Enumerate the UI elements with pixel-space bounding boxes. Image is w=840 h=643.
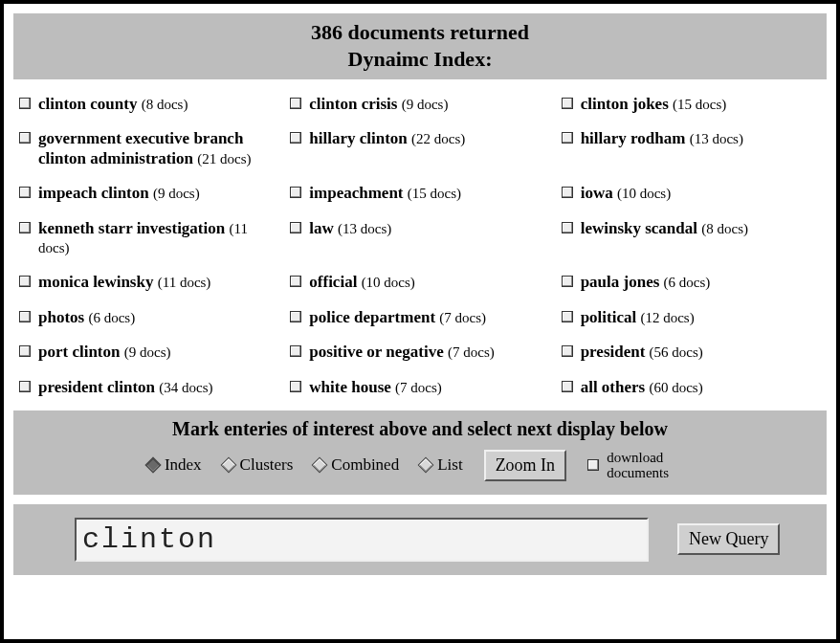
index-item-label: president clinton xyxy=(38,378,155,396)
checkbox-icon xyxy=(19,187,31,198)
display-option-list[interactable]: List xyxy=(420,455,462,475)
controls-row: Index Clusters Combined List Zoom In dow… xyxy=(21,450,819,481)
index-item[interactable]: police department (7 docs) xyxy=(290,308,549,327)
checkbox-icon xyxy=(290,98,301,109)
option-label: Clusters xyxy=(240,455,294,475)
index-item-count: (60 docs) xyxy=(649,380,702,395)
index-item-label: political xyxy=(581,308,637,326)
index-item-count: (13 docs) xyxy=(338,221,391,236)
index-item-text: impeachment (15 docs) xyxy=(309,184,461,203)
index-item[interactable]: clinton crisis (9 docs) xyxy=(290,95,549,114)
checkbox-icon xyxy=(19,132,31,144)
index-item-text: political (12 docs) xyxy=(581,308,695,327)
checkbox-icon xyxy=(290,311,301,322)
index-item-text: monica lewinsky (11 docs) xyxy=(38,273,210,292)
index-item-text: all others (60 docs) xyxy=(581,378,703,397)
index-item[interactable]: impeachment (15 docs) xyxy=(290,184,549,203)
display-option-combined[interactable]: Combined xyxy=(314,455,399,475)
index-item-count: (9 docs) xyxy=(402,97,449,112)
index-item[interactable]: port clinton (9 docs) xyxy=(19,343,278,362)
index-item-label: clinton jokes xyxy=(581,95,669,113)
index-item[interactable]: political (12 docs) xyxy=(562,308,821,327)
query-bar: New Query xyxy=(13,504,827,575)
query-input[interactable] xyxy=(75,518,649,562)
checkbox-icon xyxy=(19,311,31,322)
index-item-label: official xyxy=(309,273,357,291)
index-item-count: (15 docs) xyxy=(408,186,461,201)
index-item-count: (11 docs) xyxy=(158,275,211,290)
index-grid: clinton county (8 docs)clinton crisis (9… xyxy=(13,79,827,410)
index-item[interactable]: impeach clinton (9 docs) xyxy=(19,184,278,203)
index-item[interactable]: iowa (10 docs) xyxy=(562,184,821,203)
display-option-clusters[interactable]: Clusters xyxy=(223,455,294,475)
index-item[interactable]: paula jones (6 docs) xyxy=(562,273,821,292)
option-label: Index xyxy=(165,455,202,475)
index-item[interactable]: hillary rodham (13 docs) xyxy=(562,129,821,168)
index-item-count: (21 docs) xyxy=(197,151,251,166)
checkbox-icon xyxy=(19,222,31,233)
index-item-text: hillary rodham (13 docs) xyxy=(581,129,743,148)
controls-bar: Mark enteries of interest above and sele… xyxy=(13,410,827,495)
results-count-line: 386 documents returned xyxy=(13,19,827,46)
checkbox-icon xyxy=(290,345,301,357)
checkbox-icon xyxy=(562,187,573,198)
index-item-text: government executive branch clinton admi… xyxy=(38,129,278,168)
index-item[interactable]: government executive branch clinton admi… xyxy=(19,129,278,168)
index-item-count: (9 docs) xyxy=(153,186,200,201)
download-label: download documents xyxy=(607,450,693,481)
index-item[interactable]: kenneth starr investigation (11 docs) xyxy=(19,219,278,258)
checkbox-icon xyxy=(290,187,301,198)
index-item[interactable]: president clinton (34 docs) xyxy=(19,378,278,397)
checkbox-icon xyxy=(562,311,573,322)
index-item-count: (22 docs) xyxy=(411,131,465,146)
index-item-text: law (13 docs) xyxy=(309,219,391,238)
index-item-text: positive or negative (7 docs) xyxy=(309,343,494,362)
index-item-text: police department (7 docs) xyxy=(309,308,486,327)
index-item-count: (7 docs) xyxy=(439,310,486,325)
index-item-count: (8 docs) xyxy=(701,221,748,236)
index-item-count: (13 docs) xyxy=(690,131,743,146)
index-item-text: photos (6 docs) xyxy=(38,308,135,327)
index-item[interactable]: lewinsky scandal (8 docs) xyxy=(562,219,821,258)
index-item-count: (7 docs) xyxy=(448,344,495,360)
index-item-label: positive or negative xyxy=(309,343,443,361)
checkbox-icon xyxy=(562,222,573,233)
index-item-text: clinton county (8 docs) xyxy=(38,95,188,114)
index-item-label: port clinton xyxy=(38,343,120,361)
diamond-icon xyxy=(144,457,161,474)
zoom-in-button[interactable]: Zoom In xyxy=(484,450,567,481)
new-query-button[interactable]: New Query xyxy=(677,523,780,555)
index-item-label: paula jones xyxy=(581,273,660,291)
spacer xyxy=(13,495,827,504)
index-item[interactable]: official (10 docs) xyxy=(290,273,549,292)
index-item[interactable]: positive or negative (7 docs) xyxy=(290,343,549,362)
index-item[interactable]: president (56 docs) xyxy=(562,343,821,362)
checkbox-icon xyxy=(19,98,31,109)
index-item[interactable]: white house (7 docs) xyxy=(290,378,549,397)
index-item-text: impeach clinton (9 docs) xyxy=(38,184,200,203)
index-item[interactable]: law (13 docs) xyxy=(290,219,549,258)
index-item-count: (12 docs) xyxy=(640,310,694,325)
index-item[interactable]: hillary clinton (22 docs) xyxy=(290,129,549,168)
index-item-label: clinton county xyxy=(38,95,137,113)
index-item-label: photos xyxy=(38,308,84,326)
index-item[interactable]: monica lewinsky (11 docs) xyxy=(19,273,278,292)
download-documents-checkbox[interactable]: download documents xyxy=(587,450,693,481)
index-item-count: (9 docs) xyxy=(124,344,171,360)
index-item-label: lewinsky scandal xyxy=(581,219,697,237)
index-item-text: clinton jokes (15 docs) xyxy=(581,95,727,114)
checkbox-icon xyxy=(562,98,573,109)
index-item-label: kenneth starr investigation xyxy=(38,219,225,237)
index-item[interactable]: clinton county (8 docs) xyxy=(19,95,278,114)
display-option-index[interactable]: Index xyxy=(147,455,202,475)
index-item-label: hillary rodham xyxy=(581,129,686,147)
index-item-label: iowa xyxy=(581,184,613,202)
app-frame: 386 documents returned Dynaimc Index: cl… xyxy=(0,0,840,643)
index-item[interactable]: photos (6 docs) xyxy=(19,308,278,327)
index-item[interactable]: clinton jokes (15 docs) xyxy=(562,95,821,114)
index-item[interactable]: all others (60 docs) xyxy=(562,378,821,397)
index-item-text: white house (7 docs) xyxy=(309,378,441,397)
index-item-text: official (10 docs) xyxy=(309,273,415,292)
checkbox-icon xyxy=(290,381,301,392)
results-index-line: Dynaimc Index: xyxy=(13,46,827,73)
